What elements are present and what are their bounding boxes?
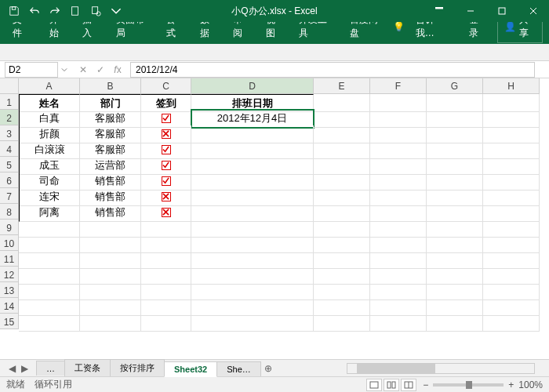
col-head-A[interactable]: A bbox=[19, 78, 80, 94]
redo-button[interactable] bbox=[45, 2, 64, 20]
enter-formula-button[interactable]: ✓ bbox=[93, 62, 108, 78]
sheet-tab-1[interactable]: 按行排序 bbox=[110, 359, 165, 376]
name-box[interactable] bbox=[5, 62, 58, 78]
maximize-button[interactable] bbox=[486, 0, 518, 22]
col-head-B[interactable]: B bbox=[80, 78, 141, 94]
normal-view-button[interactable] bbox=[366, 379, 382, 391]
share-icon: 👤 bbox=[504, 21, 516, 32]
sheet-tab-2[interactable]: Sheet32 bbox=[164, 361, 217, 377]
svg-rect-10 bbox=[387, 382, 391, 388]
row-head-4[interactable]: 4 bbox=[0, 141, 19, 157]
cell-G15[interactable] bbox=[427, 314, 483, 332]
sheet-nav-next[interactable]: ▶ bbox=[19, 363, 30, 374]
svg-rect-9 bbox=[370, 382, 378, 388]
scrollbar-thumb[interactable] bbox=[357, 364, 435, 373]
col-head-C[interactable]: C bbox=[141, 78, 191, 94]
close-button[interactable] bbox=[518, 0, 549, 22]
col-head-F[interactable]: F bbox=[370, 78, 427, 94]
zoom-out-button[interactable]: − bbox=[423, 379, 428, 390]
row-head-13[interactable]: 13 bbox=[0, 282, 19, 298]
cell-E15[interactable] bbox=[314, 314, 370, 332]
checkbox-cross-icon bbox=[162, 192, 171, 201]
sheet-tab-3[interactable]: She… bbox=[216, 361, 261, 376]
checkbox-checked-icon bbox=[162, 114, 171, 123]
svg-rect-11 bbox=[392, 382, 395, 388]
cell-H15[interactable] bbox=[483, 314, 540, 332]
checkbox-checked-icon bbox=[162, 176, 171, 186]
status-bar: 就绪 循环引用 − + 100% bbox=[0, 376, 549, 392]
checkbox-cross-icon bbox=[162, 129, 171, 139]
window-title: 小Q办公.xlsx - Excel bbox=[231, 5, 317, 18]
col-head-D[interactable]: D bbox=[191, 78, 314, 94]
minimize-button[interactable] bbox=[455, 0, 486, 22]
zoom-thumb[interactable] bbox=[466, 381, 472, 389]
row-head-15[interactable]: 15 bbox=[0, 314, 19, 329]
titlebar: 小Q办公.xlsx - Excel bbox=[0, 0, 549, 22]
checkbox-checked-icon bbox=[162, 145, 171, 154]
status-ready: 就绪 bbox=[6, 378, 25, 391]
formula-input[interactable] bbox=[130, 62, 535, 78]
cell-A15[interactable] bbox=[19, 314, 80, 332]
ribbon-body bbox=[0, 44, 549, 61]
row-head-9[interactable]: 9 bbox=[0, 220, 19, 235]
cell-C15[interactable] bbox=[141, 314, 191, 332]
add-sheet-button[interactable]: ⊕ bbox=[260, 363, 276, 374]
zoom-in-button[interactable]: + bbox=[508, 379, 514, 390]
row-head-7[interactable]: 7 bbox=[0, 188, 19, 204]
bulb-icon: 💡 bbox=[393, 21, 405, 32]
row-head-2[interactable]: 2 bbox=[0, 110, 19, 125]
fx-button[interactable]: fx bbox=[110, 62, 125, 78]
window-controls bbox=[424, 0, 549, 22]
sheet-area[interactable]: ABCDEFGH1姓名部门签到排班日期2白真客服部2012年12月4日3折颜客服… bbox=[0, 78, 549, 359]
formula-bar: ✕ ✓ fx bbox=[0, 61, 549, 78]
page-layout-view-button[interactable] bbox=[384, 379, 399, 391]
zoom-slider[interactable] bbox=[433, 383, 504, 387]
sheet-hidden-left[interactable]: … bbox=[36, 361, 65, 376]
row-head-12[interactable]: 12 bbox=[0, 267, 19, 282]
horizontal-scrollbar[interactable] bbox=[347, 363, 535, 374]
checkbox-checked-icon bbox=[162, 161, 171, 170]
cell-F15[interactable] bbox=[370, 314, 427, 332]
row-head-1[interactable]: 1 bbox=[0, 94, 19, 110]
ribbon-tabs: 文件 开始插入页面布局公式数据审阅视图开发工具百度网盘 💡 告诉我… 登录 👤 … bbox=[0, 22, 549, 44]
col-head-E[interactable]: E bbox=[314, 78, 370, 94]
sheet-tab-bar: ◀ ▶ … 工资条按行排序Sheet32She… ⊕ bbox=[0, 359, 549, 376]
checkbox-cross-icon bbox=[162, 208, 171, 217]
svg-rect-1 bbox=[72, 7, 78, 16]
svg-rect-0 bbox=[12, 7, 15, 10]
select-all-corner[interactable] bbox=[0, 78, 19, 94]
row-head-8[interactable]: 8 bbox=[0, 204, 19, 220]
name-box-dropdown[interactable] bbox=[58, 67, 71, 73]
col-head-H[interactable]: H bbox=[483, 78, 540, 94]
undo-button[interactable] bbox=[25, 2, 44, 20]
qat-dropdown[interactable] bbox=[107, 2, 125, 20]
sheet-tab-0[interactable]: 工资条 bbox=[64, 359, 111, 376]
col-head-G[interactable]: G bbox=[427, 78, 483, 94]
new-button[interactable] bbox=[66, 2, 85, 20]
row-head-3[interactable]: 3 bbox=[0, 125, 19, 141]
cell-D15[interactable] bbox=[191, 314, 314, 332]
save-button[interactable] bbox=[5, 2, 24, 20]
row-head-5[interactable]: 5 bbox=[0, 157, 19, 172]
ribbon-options-button[interactable] bbox=[424, 0, 455, 22]
print-preview-button[interactable] bbox=[86, 2, 105, 20]
page-break-view-button[interactable] bbox=[401, 379, 416, 391]
svg-rect-6 bbox=[499, 8, 505, 14]
cancel-formula-button[interactable]: ✕ bbox=[75, 62, 91, 78]
cell-B15[interactable] bbox=[80, 314, 141, 332]
svg-rect-4 bbox=[435, 7, 443, 9]
row-head-6[interactable]: 6 bbox=[0, 172, 19, 188]
row-head-10[interactable]: 10 bbox=[0, 235, 19, 251]
status-circular: 循环引用 bbox=[35, 378, 72, 391]
quick-access-toolbar bbox=[0, 2, 125, 20]
sheet-nav-prev[interactable]: ◀ bbox=[6, 363, 17, 374]
zoom-level: 100% bbox=[518, 379, 543, 390]
row-head-14[interactable]: 14 bbox=[0, 298, 19, 314]
row-head-11[interactable]: 11 bbox=[0, 251, 19, 267]
